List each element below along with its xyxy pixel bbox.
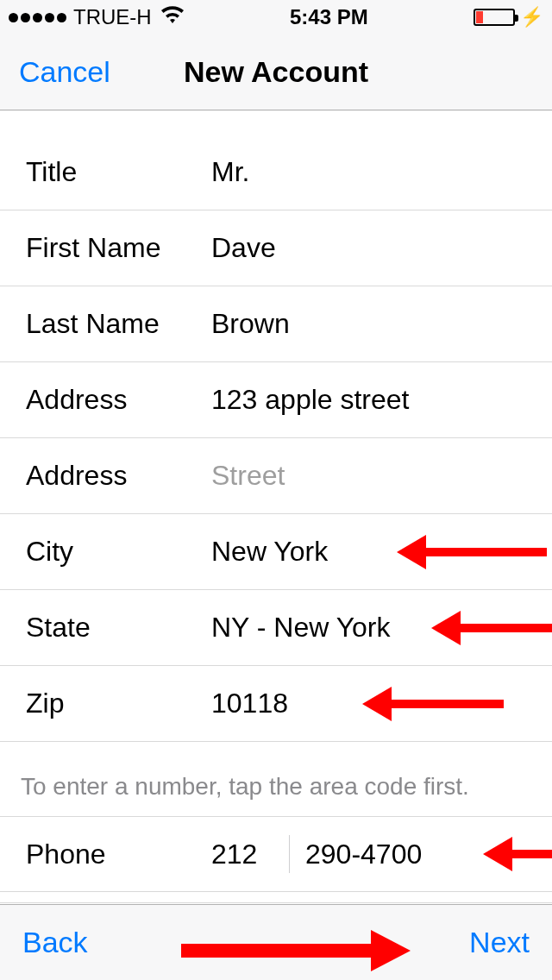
next-button[interactable]: Next xyxy=(469,926,530,959)
navigation-bar: Cancel New Account xyxy=(0,35,552,110)
address2-input[interactable]: Street xyxy=(211,460,526,492)
last-name-row[interactable]: Last Name Brown xyxy=(0,286,552,362)
phone-hint: To enter a number, tap the area code fir… xyxy=(0,742,552,816)
carrier-label: TRUE-H xyxy=(73,5,152,29)
status-bar: TRUE-H 5:43 PM ⚡ xyxy=(0,0,552,35)
city-row[interactable]: City New York xyxy=(0,514,552,590)
charging-icon: ⚡ xyxy=(520,8,543,27)
title-label: Title xyxy=(26,156,211,188)
address1-label: Address xyxy=(26,384,211,416)
address2-row[interactable]: Address Street xyxy=(0,438,552,514)
phone-area-code-input[interactable]: 212 xyxy=(211,839,280,870)
cancel-button[interactable]: Cancel xyxy=(19,55,110,89)
address1-input[interactable]: 123 apple street xyxy=(211,384,526,416)
battery-icon xyxy=(474,9,515,26)
last-name-label: Last Name xyxy=(26,308,211,340)
status-right: ⚡ xyxy=(474,8,543,27)
state-value[interactable]: NY - New York xyxy=(211,612,526,644)
wifi-icon xyxy=(160,5,185,29)
city-input[interactable]: New York xyxy=(211,536,526,568)
address2-label: Address xyxy=(26,460,211,492)
state-label: State xyxy=(26,612,211,644)
phone-label: Phone xyxy=(26,839,211,870)
page-title: New Account xyxy=(184,55,368,89)
status-left: TRUE-H xyxy=(9,5,185,29)
phone-row[interactable]: Phone 212 290-4700 xyxy=(0,816,552,892)
first-name-label: First Name xyxy=(26,232,211,264)
zip-input[interactable]: 10118 xyxy=(211,688,526,719)
title-row[interactable]: Title Mr. xyxy=(0,135,552,210)
phone-divider xyxy=(289,835,290,873)
city-label: City xyxy=(26,536,211,568)
account-form: Title Mr. First Name Dave Last Name Brow… xyxy=(0,135,552,903)
address1-row[interactable]: Address 123 apple street xyxy=(0,362,552,438)
phone-number-input[interactable]: 290-4700 xyxy=(305,839,526,870)
zip-row[interactable]: Zip 10118 xyxy=(0,666,552,742)
first-name-row[interactable]: First Name Dave xyxy=(0,210,552,286)
state-row[interactable]: State NY - New York xyxy=(0,590,552,666)
clock: 5:43 PM xyxy=(290,5,368,29)
signal-strength-icon xyxy=(9,13,66,22)
first-name-input[interactable]: Dave xyxy=(211,232,526,264)
zip-label: Zip xyxy=(26,688,211,719)
back-button[interactable]: Back xyxy=(22,926,88,959)
last-name-input[interactable]: Brown xyxy=(211,308,526,340)
title-value[interactable]: Mr. xyxy=(211,156,526,188)
bottom-toolbar: Back Next xyxy=(0,904,552,980)
